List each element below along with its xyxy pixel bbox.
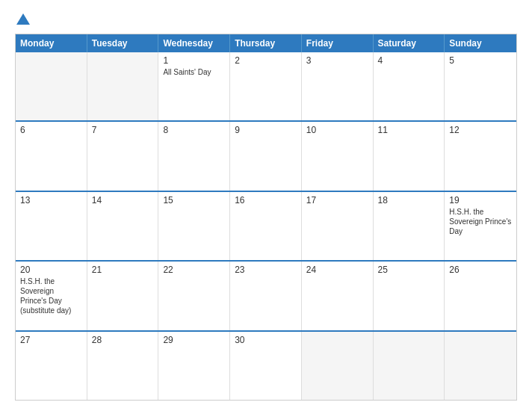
day-number: 10 — [306, 125, 368, 135]
cal-cell: 26 — [445, 262, 516, 330]
cal-header-wednesday: Wednesday — [158, 34, 230, 52]
cal-cell — [445, 332, 516, 400]
day-number: 7 — [92, 125, 154, 135]
day-number: 13 — [20, 195, 82, 206]
cal-cell — [87, 52, 159, 120]
cal-cell: 8 — [158, 122, 230, 190]
day-number: 2 — [235, 55, 297, 66]
cal-cell: 30 — [230, 332, 302, 400]
day-number: 18 — [378, 195, 440, 206]
cal-cell: 27 — [16, 332, 87, 400]
cal-cell: 14 — [87, 192, 159, 260]
day-number: 3 — [306, 55, 368, 66]
cal-cell — [302, 332, 374, 400]
day-number: 14 — [92, 195, 154, 206]
cal-cell: 25 — [374, 262, 445, 330]
cal-cell: 2 — [230, 52, 302, 120]
day-number: 20 — [20, 265, 82, 275]
day-number: 26 — [449, 265, 512, 275]
cal-cell: 22 — [158, 262, 230, 330]
day-number: 11 — [378, 125, 440, 135]
cal-cell: 11 — [374, 122, 445, 190]
cal-cell — [374, 332, 445, 400]
cal-cell: 12 — [445, 122, 516, 190]
cal-week-2: 6789101112 — [16, 120, 516, 190]
day-number: 1 — [163, 55, 225, 66]
cal-cell: 4 — [374, 52, 445, 120]
day-number: 4 — [378, 55, 440, 66]
logo — [15, 13, 30, 26]
cal-week-5: 27282930 — [16, 330, 516, 400]
day-number: 29 — [163, 335, 225, 345]
cal-week-3: 13141516171819H.S.H. the Sovereign Princ… — [16, 191, 516, 260]
cal-cell: 23 — [230, 262, 302, 330]
cal-header-tuesday: Tuesday — [87, 34, 159, 52]
day-number: 12 — [449, 125, 512, 135]
cal-header-thursday: Thursday — [230, 34, 302, 52]
cal-cell: 7 — [87, 122, 159, 190]
cal-cell: 24 — [302, 262, 374, 330]
event-text: All Saints' Day — [163, 67, 225, 77]
day-number: 28 — [92, 335, 154, 345]
day-number: 21 — [92, 265, 154, 275]
cal-cell: 5 — [445, 52, 516, 120]
cal-cell: 15 — [158, 192, 230, 260]
cal-cell: 10 — [302, 122, 374, 190]
cal-cell: 13 — [16, 192, 87, 260]
cal-cell — [16, 52, 87, 120]
event-text: H.S.H. the Sovereign Prince's Day (subst… — [20, 276, 82, 315]
calendar-body: 1All Saints' Day234567891011121314151617… — [16, 52, 516, 400]
calendar: MondayTuesdayWednesdayThursdayFridaySatu… — [15, 34, 517, 401]
day-number: 19 — [449, 195, 512, 206]
day-number: 9 — [235, 125, 297, 135]
cal-cell: 20H.S.H. the Sovereign Prince's Day (sub… — [16, 262, 87, 330]
cal-cell: 3 — [302, 52, 374, 120]
day-number: 25 — [378, 265, 440, 275]
day-number: 23 — [235, 265, 297, 275]
day-number: 17 — [306, 195, 368, 206]
day-number: 27 — [20, 335, 82, 345]
day-number: 16 — [235, 195, 297, 206]
cal-header-monday: Monday — [16, 34, 87, 52]
cal-week-4: 20H.S.H. the Sovereign Prince's Day (sub… — [16, 260, 516, 330]
day-number: 30 — [235, 335, 297, 345]
logo-triangle-icon — [16, 13, 30, 25]
day-number: 5 — [449, 55, 512, 66]
calendar-header-row: MondayTuesdayWednesdayThursdayFridaySatu… — [16, 34, 516, 52]
cal-cell: 28 — [87, 332, 159, 400]
day-number: 24 — [306, 265, 368, 275]
cal-week-1: 1All Saints' Day2345 — [16, 52, 516, 120]
day-number: 22 — [163, 265, 225, 275]
day-number: 8 — [163, 125, 225, 135]
cal-header-sunday: Sunday — [445, 34, 516, 52]
cal-header-friday: Friday — [302, 34, 374, 52]
day-number: 15 — [163, 195, 225, 206]
cal-cell: 21 — [87, 262, 159, 330]
cal-header-saturday: Saturday — [374, 34, 445, 52]
cal-cell: 29 — [158, 332, 230, 400]
cal-cell: 19H.S.H. the Sovereign Prince's Day — [445, 192, 516, 260]
cal-cell: 1All Saints' Day — [158, 52, 230, 120]
day-number: 6 — [20, 125, 82, 135]
cal-cell: 9 — [230, 122, 302, 190]
event-text: H.S.H. the Sovereign Prince's Day — [449, 207, 512, 236]
page: MondayTuesdayWednesdayThursdayFridaySatu… — [0, 0, 532, 411]
cal-cell: 18 — [374, 192, 445, 260]
cal-cell: 16 — [230, 192, 302, 260]
cal-cell: 17 — [302, 192, 374, 260]
header — [15, 13, 517, 26]
cal-cell: 6 — [16, 122, 87, 190]
